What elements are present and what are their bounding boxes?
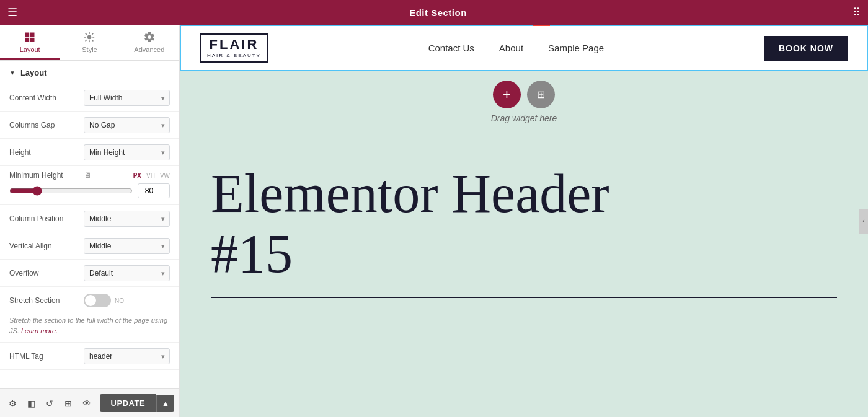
overflow-select[interactable]: Default Hidden — [84, 265, 170, 281]
unit-buttons: PX VH VW — [133, 172, 170, 179]
unit-vw-button[interactable]: VW — [160, 172, 170, 179]
heading-line1: Elementor Header — [211, 164, 609, 224]
html-tag-wrapper: header main footer section article div ▾ — [84, 348, 170, 364]
canvas-collapse-handle[interactable]: ‹ — [859, 209, 868, 234]
svg-point-4 — [87, 35, 92, 40]
columns-gap-row: Columns Gap No Gap Narrow Default ▾ — [0, 112, 179, 139]
monitor-icon: 🖥 — [84, 171, 91, 180]
sidebar: Layout Style Advanced ▼ Layout Content W… — [0, 25, 180, 417]
columns-gap-label: Columns Gap — [9, 121, 84, 129]
svg-rect-0 — [25, 33, 30, 37]
add-widget-grid-button[interactable]: ⊞ — [527, 81, 555, 108]
layout-section-header[interactable]: ▼ Layout — [0, 61, 179, 84]
tab-advanced-label: Advanced — [134, 46, 164, 53]
stretch-section-row: Stretch Section NO — [0, 287, 179, 314]
nav-link-sample[interactable]: Sample Page — [548, 43, 604, 53]
add-widget-buttons: + ⊞ — [493, 81, 555, 108]
column-position-row: Column Position Top Middle Bottom ▾ — [0, 205, 179, 232]
tab-style-label: Style — [82, 46, 97, 53]
content-width-wrapper: Full Width Boxed ▾ — [84, 90, 170, 106]
overflow-label: Overflow — [9, 269, 84, 278]
html-tag-label: HTML Tag — [9, 352, 84, 361]
nav-toolbar: + ⠿ ✕ — [498, 25, 550, 26]
minimum-height-slider[interactable] — [9, 186, 133, 196]
columns-gap-wrapper: No Gap Narrow Default ▾ — [84, 117, 170, 133]
stretch-learn-more-link[interactable]: Learn more. — [21, 327, 58, 335]
nav-logo: FLAIR HAIR & BEAUTY — [200, 33, 268, 63]
collapse-arrow-icon: ▼ — [9, 69, 16, 76]
stretch-toggle[interactable] — [84, 294, 111, 307]
style-icon — [83, 31, 95, 43]
nav-tool-grid-button[interactable]: ⠿ — [515, 25, 533, 26]
height-select[interactable]: Default Min Height Fit To Screen — [84, 144, 170, 160]
canvas: + ⠿ ✕ FLAIR HAIR & BEAUTY Contact Us Abo… — [180, 25, 868, 417]
stretch-description: Stretch the section to the full width of… — [0, 314, 179, 343]
height-wrapper: Default Min Height Fit To Screen ▾ — [84, 144, 170, 160]
vertical-align-row: Vertical Align Top Middle Bottom ▾ — [0, 232, 179, 260]
vertical-align-select[interactable]: Top Middle Bottom — [84, 238, 170, 254]
logo-text-sub: HAIR & BEAUTY — [207, 53, 261, 58]
layers-icon-button[interactable]: ◧ — [24, 394, 40, 413]
stretch-toggle-no-label: NO — [115, 297, 124, 304]
unit-vh-button[interactable]: VH — [146, 172, 155, 179]
menu-icon[interactable]: ☰ — [7, 6, 17, 19]
layout-icon — [24, 31, 36, 43]
book-now-button[interactable]: BOOK NOW — [764, 36, 848, 61]
content-width-label: Content Width — [9, 94, 84, 102]
layout-section-label: Layout — [20, 68, 47, 77]
template-icon-button[interactable]: ⊞ — [60, 394, 76, 413]
vertical-align-label: Vertical Align — [9, 242, 84, 250]
overflow-row: Overflow Default Hidden ▾ — [0, 260, 179, 287]
tab-style[interactable]: Style — [60, 25, 119, 60]
stretch-section-label: Stretch Section — [9, 296, 84, 305]
unit-px-button[interactable]: PX — [133, 172, 141, 179]
panel-title: Edit Section — [24, 7, 852, 18]
drag-widget-text: Drag widget here — [491, 113, 557, 123]
vertical-align-wrapper: Top Middle Bottom ▾ — [84, 238, 170, 254]
overflow-wrapper: Default Hidden ▾ — [84, 265, 170, 281]
svg-rect-1 — [30, 33, 35, 37]
logo-box: FLAIR HAIR & BEAUTY — [200, 33, 268, 63]
html-tag-select[interactable]: header main footer section article div — [84, 348, 170, 364]
settings-icon-button[interactable]: ⚙ — [5, 394, 21, 413]
svg-rect-2 — [25, 38, 30, 42]
minimum-height-label: Minimum Height — [9, 171, 84, 180]
tab-layout[interactable]: Layout — [0, 25, 60, 60]
add-widget-plus-button[interactable]: + — [493, 81, 521, 108]
tab-advanced[interactable]: Advanced — [120, 25, 179, 60]
nav-links: Contact Us About Sample Page — [428, 43, 604, 53]
update-button-group: UPDATE ▲ — [100, 394, 174, 412]
logo-text-flair: FLAIR — [207, 38, 261, 51]
nav-link-about[interactable]: About — [499, 43, 523, 53]
column-position-wrapper: Top Middle Bottom ▾ — [84, 211, 170, 227]
big-heading: Elementor Header #15 — [211, 164, 837, 284]
nav-tool-plus-button[interactable]: + — [498, 25, 515, 26]
columns-gap-select[interactable]: No Gap Narrow Default — [84, 117, 170, 133]
heading-divider — [211, 297, 837, 298]
tab-layout-label: Layout — [20, 46, 40, 53]
column-position-select[interactable]: Top Middle Bottom — [84, 211, 170, 227]
minimum-height-label-row: Minimum Height 🖥 PX VH VW — [0, 166, 179, 181]
preview-icon-button[interactable]: 👁 — [79, 394, 95, 413]
height-row: Height Default Min Height Fit To Screen … — [0, 139, 179, 166]
preview-heading-section: Elementor Header #15 — [180, 146, 868, 417]
sidebar-body: ▼ Layout Content Width Full Width Boxed … — [0, 61, 179, 388]
nav-tool-close-button[interactable]: ✕ — [533, 25, 550, 26]
update-button[interactable]: UPDATE — [100, 394, 156, 412]
stretch-toggle-wrapper: NO — [84, 294, 124, 307]
sidebar-tabs: Layout Style Advanced — [0, 25, 179, 61]
svg-rect-3 — [30, 38, 35, 42]
height-label: Height — [9, 148, 84, 157]
content-width-select[interactable]: Full Width Boxed — [84, 90, 170, 106]
html-tag-row: HTML Tag header main footer section arti… — [0, 343, 179, 370]
grid-icon[interactable]: ⠿ — [852, 6, 861, 19]
update-arrow-button[interactable]: ▲ — [156, 395, 174, 412]
minimum-height-input[interactable] — [138, 183, 170, 198]
advanced-icon — [143, 31, 156, 43]
column-position-label: Column Position — [9, 214, 84, 223]
content-width-row: Content Width Full Width Boxed ▾ — [0, 84, 179, 112]
history-icon-button[interactable]: ↺ — [42, 394, 58, 413]
nav-link-contact[interactable]: Contact Us — [428, 43, 474, 53]
heading-line2: #15 — [211, 224, 293, 284]
preview-nav: + ⠿ ✕ FLAIR HAIR & BEAUTY Contact Us Abo… — [180, 25, 868, 71]
